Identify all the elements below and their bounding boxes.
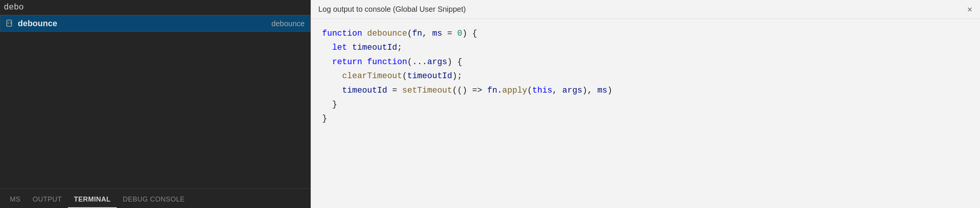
search-bar — [0, 0, 310, 15]
search-input[interactable] — [4, 3, 307, 12]
close-button[interactable]: × — [967, 5, 972, 14]
autocomplete-label: debounce — [18, 19, 57, 29]
right-panel: Log output to console (Global User Snipp… — [311, 0, 980, 208]
bottom-tabs: MS OUTPUT TERMINAL DEBUG CONSOLE — [0, 188, 310, 208]
code-line-3: return function(...args) { — [322, 55, 969, 69]
autocomplete-dropdown: debounce debounce — [0, 15, 310, 32]
autocomplete-item[interactable]: debounce debounce — [0, 16, 310, 32]
code-line-7: } — [322, 112, 969, 126]
code-line-2: let timeoutId; — [322, 41, 969, 54]
tab-problems[interactable]: MS — [4, 191, 27, 208]
code-line-1: function debounce(fn, ms = 0) { — [322, 27, 969, 41]
snippet-header: Log output to console (Global User Snipp… — [311, 0, 980, 19]
snippet-code: function debounce(fn, ms = 0) { let time… — [311, 19, 980, 208]
autocomplete-item-left: debounce — [6, 19, 57, 29]
code-line-5: timeoutId = setTimeout(() => fn.apply(th… — [322, 83, 969, 98]
code-line-4: clearTimeout(timeoutId); — [322, 69, 969, 83]
code-line-6: } — [322, 98, 969, 112]
tab-debug-console[interactable]: DEBUG CONSOLE — [117, 191, 191, 208]
left-panel: debounce debounce MS OUTPUT TERMINAL DEB… — [0, 0, 311, 208]
tab-terminal[interactable]: TERMINAL — [68, 191, 117, 208]
autocomplete-detail: debounce — [271, 19, 305, 28]
snippet-title: Log output to console (Global User Snipp… — [318, 5, 466, 14]
tab-output[interactable]: OUTPUT — [27, 191, 68, 208]
file-code-icon — [6, 19, 14, 28]
